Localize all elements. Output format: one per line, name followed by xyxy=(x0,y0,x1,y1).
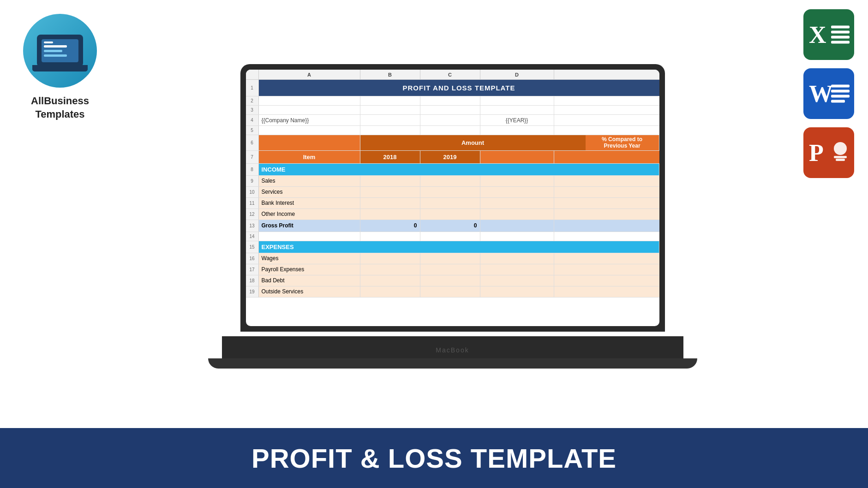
cell-12c xyxy=(420,209,480,220)
rn-8: 8 xyxy=(246,164,259,175)
cell-10b xyxy=(360,187,420,197)
rn-13: 13 xyxy=(246,220,259,232)
row-3: 3 xyxy=(246,106,659,115)
logo-screen-lines xyxy=(44,45,76,57)
cell-4c xyxy=(420,115,480,125)
cell-sales: Sales xyxy=(259,176,360,186)
cell-19b xyxy=(360,286,420,297)
row-14: 14 xyxy=(246,232,659,241)
cell-16d xyxy=(480,253,554,264)
row-19-outside-services: 19 Outside Services xyxy=(246,286,659,298)
cell-services: Services xyxy=(259,187,360,197)
cell-2b xyxy=(360,96,420,105)
logo-area: AllBusiness Templates xyxy=(14,14,106,121)
word-line-3 xyxy=(831,95,850,98)
logo-inner xyxy=(37,35,83,67)
row-18-bad-debt: 18 Bad Debt xyxy=(246,275,659,286)
word-line-2 xyxy=(831,90,850,93)
cell-9d xyxy=(480,176,554,186)
cell-9b xyxy=(360,176,420,186)
excel-line-2 xyxy=(831,31,850,34)
row-13-gross-profit: 13 Gross Profit 0 0 xyxy=(246,220,659,232)
svg-rect-2 xyxy=(836,159,845,161)
cell-16c xyxy=(420,253,480,264)
spreadsheet: A B C D 1 PROFIT AND LOSS TEMPLATE 2 xyxy=(246,70,659,326)
row-5: 5 xyxy=(246,126,659,135)
rn-1: 1 xyxy=(246,80,259,96)
cell-item-label: Item xyxy=(259,151,360,163)
cell-17c xyxy=(420,264,480,275)
cell-expenses-label: EXPENSES xyxy=(259,241,466,253)
cell-bank-interest: Bank Interest xyxy=(259,198,360,208)
logo-line-1 xyxy=(44,45,67,48)
cell-outside-services: Outside Services xyxy=(259,286,360,297)
row-1-title: 1 PROFIT AND LOSS TEMPLATE xyxy=(246,80,659,96)
excel-icon: X xyxy=(803,9,854,60)
cell-11d xyxy=(480,198,554,208)
word-line-1 xyxy=(831,85,850,88)
cell-title: PROFIT AND LOSS TEMPLATE xyxy=(259,80,659,96)
col-header-c: C xyxy=(420,70,480,79)
word-lines xyxy=(831,85,850,103)
svg-rect-1 xyxy=(834,156,847,158)
cell-2d xyxy=(480,96,554,105)
laptop-screen: A B C D 1 PROFIT AND LOSS TEMPLATE 2 xyxy=(246,70,659,326)
row-9-sales: 9 Sales xyxy=(246,176,659,187)
cell-income-label: INCOME xyxy=(259,164,466,175)
cell-gross-2018: 0 xyxy=(360,220,420,232)
cell-14a xyxy=(259,232,360,241)
rn-11: 11 xyxy=(246,198,259,208)
logo-line-2 xyxy=(44,50,62,52)
rn-19: 19 xyxy=(246,286,259,297)
ppt-shape-icon xyxy=(831,140,850,163)
ppt-letter: P xyxy=(809,139,824,167)
bottom-banner-text: PROFIT & LOSS TEMPLATE xyxy=(251,443,617,474)
rn-10: 10 xyxy=(246,187,259,197)
row-15-expenses: 15 EXPENSES xyxy=(246,241,659,253)
cell-payroll: Payroll Expenses xyxy=(259,264,360,275)
right-icons: X W P xyxy=(803,9,854,178)
logo-screen xyxy=(42,39,78,62)
cell-other-income: Other Income xyxy=(259,209,360,220)
row-11-bank-interest: 11 Bank Interest xyxy=(246,198,659,209)
cell-3c xyxy=(420,106,480,114)
row-7-subheader: 7 Item 2018 2019 xyxy=(246,151,659,164)
row-6-header: 6 Amount % Compared to Previous Year xyxy=(246,135,659,151)
word-letter: W xyxy=(809,80,833,107)
sheet-column-headers: A B C D xyxy=(246,70,659,80)
laptop-container: A B C D 1 PROFIT AND LOSS TEMPLATE 2 xyxy=(115,9,790,423)
cell-5d xyxy=(480,126,554,135)
laptop-bottom-bar xyxy=(208,358,697,369)
cell-15d xyxy=(586,241,659,253)
cell-11b xyxy=(360,198,420,208)
cell-10c xyxy=(420,187,480,197)
cell-18d xyxy=(480,275,554,286)
cell-19d xyxy=(480,286,554,297)
col-header-a: A xyxy=(259,70,360,79)
cell-3a xyxy=(259,106,360,114)
svg-point-0 xyxy=(834,142,847,155)
row-4-company: 4 {{Company Name}} {{YEAR}} xyxy=(246,115,659,126)
row-16-wages: 16 Wages xyxy=(246,253,659,264)
cell-8c xyxy=(526,164,586,175)
cell-2c xyxy=(420,96,480,105)
ppt-icon: P xyxy=(803,127,854,178)
cell-5c xyxy=(420,126,480,135)
cell-15c xyxy=(526,241,586,253)
excel-letter: X xyxy=(809,21,826,48)
rn-6: 6 xyxy=(246,135,259,150)
logo-line-3 xyxy=(44,54,67,57)
cell-2019-header: 2019 xyxy=(420,151,480,163)
laptop: A B C D 1 PROFIT AND LOSS TEMPLATE 2 xyxy=(222,64,683,369)
word-line-4 xyxy=(831,100,845,103)
excel-lines xyxy=(831,26,850,44)
rn-15: 15 xyxy=(246,241,259,253)
rn-14: 14 xyxy=(246,232,259,241)
excel-line-4 xyxy=(831,41,850,44)
row-2: 2 xyxy=(246,96,659,106)
cell-18c xyxy=(420,275,480,286)
cell-5a xyxy=(259,126,360,135)
cell-2a xyxy=(259,96,360,105)
cell-gross-profit: Gross Profit xyxy=(259,220,360,232)
cell-item-header xyxy=(259,135,360,150)
